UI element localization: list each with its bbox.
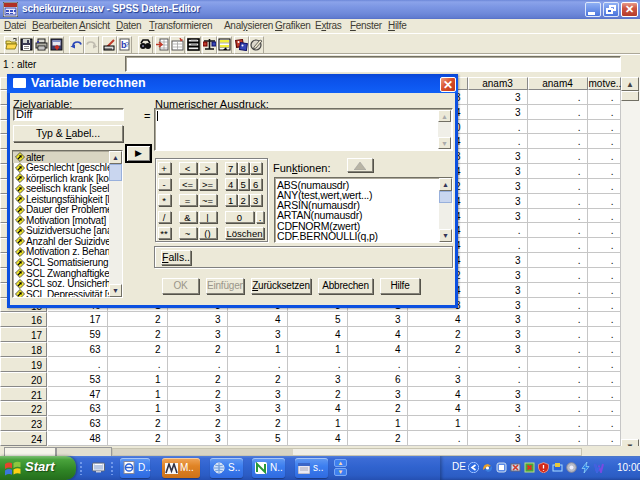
svg-text:?: ? [125,41,129,48]
